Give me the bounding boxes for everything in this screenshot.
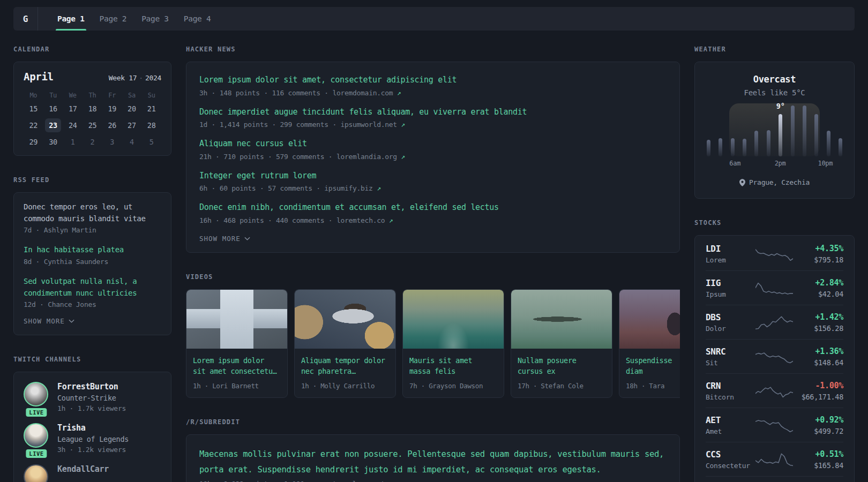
stock-row[interactable]: SNRC Sit +1.36% $148.64 <box>706 340 843 374</box>
calendar-weekday-label: Sa <box>122 89 142 102</box>
rss-show-more-button[interactable]: SHOW MORE <box>24 317 161 325</box>
video-title[interactable]: Suspendisse diam <box>626 355 680 377</box>
stock-price: $148.64 <box>794 358 844 367</box>
stock-row[interactable]: DBS Dolor +1.42% $156.28 <box>706 305 843 340</box>
stock-row[interactable]: CRN Bitcorn -1.00% $66,171.48 <box>706 374 843 408</box>
rss-item-title[interactable]: Donec tempor eros leo, ut commodo mauris… <box>24 201 161 224</box>
weather-bar-slot <box>707 106 710 156</box>
stock-company: Consectetur <box>706 462 755 470</box>
dashboard-columns: CALENDAR April Week 17·2024 Mo Tu We Th … <box>13 46 855 482</box>
video-card[interactable]: Nullam posuere cursus ex 17h · Stefan Co… <box>511 289 612 398</box>
video-thumbnail[interactable] <box>619 290 680 349</box>
twitch-channel-name[interactable]: Trisha <box>57 423 129 433</box>
stock-price: $795.18 <box>794 255 844 264</box>
subreddit-post-domain[interactable]: loremnet.xyz <box>353 480 401 482</box>
page-tab[interactable]: Page 3 <box>134 7 176 31</box>
location-pin-icon <box>739 179 745 186</box>
stock-id: IIG Ipsum <box>706 278 755 298</box>
stock-row[interactable]: AET Amet +0.92% $499.72 <box>706 408 843 442</box>
twitch-channel-meta: 1h · 1.7k viewers <box>57 404 126 412</box>
hackernews-item-domain[interactable]: loremlandia.org <box>336 153 397 161</box>
calendar-weekday-label: Fr <box>102 89 122 102</box>
twitch-channel-row[interactable]: LIVE ForrestBurton Counter-Strike 1h · 1… <box>24 382 161 412</box>
hackernews-item-domain[interactable]: loremtech.co <box>336 216 385 224</box>
twitch-widget: TWITCH CHANNELS LIVE ForrestBurton Count… <box>13 356 171 482</box>
video-card[interactable]: Lorem ipsum dolor sit amet consectetu… 1… <box>186 289 288 398</box>
calendar-card: April Week 17·2024 Mo Tu We Th Fr Sa Su … <box>13 62 171 156</box>
twitch-channel-name[interactable]: KendallCarr <box>57 464 109 474</box>
stock-row[interactable]: AHS +0.46% <box>706 477 843 482</box>
video-title[interactable]: Nullam posuere cursus ex <box>518 355 605 377</box>
weather-bar-slot <box>791 106 795 156</box>
hackernews-item-title[interactable]: Donec enim nibh, condimentum et accumsan… <box>199 202 667 213</box>
calendar-day: 4 <box>124 135 140 149</box>
video-meta: 1h · Molly Carrillo <box>301 382 389 390</box>
show-more-label: SHOW MORE <box>24 317 65 325</box>
weather-time-label: 6am <box>729 160 740 167</box>
hackernews-item-title[interactable]: Integer eget rutrum lorem <box>199 171 667 182</box>
rss-item: In hac habitasse platea 8d · Cynthia Sau… <box>24 244 161 266</box>
calendar-widget: CALENDAR April Week 17·2024 Mo Tu We Th … <box>13 46 171 156</box>
video-meta: 7h · Grayson Dawson <box>409 382 497 390</box>
video-thumbnail[interactable] <box>186 290 287 349</box>
stock-company: Lorem <box>706 256 755 264</box>
widget-label-videos: VIDEOS <box>186 273 680 281</box>
calendar-day: 24 <box>65 118 81 132</box>
stock-sparkline <box>755 383 793 399</box>
middle-column: HACKER NEWS Lorem ipsum dolor sit amet, … <box>186 46 680 482</box>
hackernews-item-title[interactable]: Aliquam nec cursus elit <box>199 139 667 149</box>
page-tab[interactable]: Page 1 <box>50 7 92 31</box>
avatar <box>24 382 48 406</box>
calendar-week-number: Week 17 <box>109 74 137 82</box>
hackernews-item-title[interactable]: Lorem ipsum dolor sit amet, consectetur … <box>199 75 667 86</box>
weather-bar-slot: 9° <box>779 106 782 156</box>
page-tab[interactable]: Page 4 <box>176 7 219 31</box>
subreddit-post-title[interactable]: Maecenas mollis pulvinar erat non posuer… <box>199 447 667 478</box>
weather-bar-slot <box>754 106 758 156</box>
video-card-body: Suspendisse diam 18h · Tara <box>619 349 680 397</box>
hackernews-show-more-button[interactable]: SHOW MORE <box>199 235 667 243</box>
stock-change-percent: +0.92% <box>794 415 844 425</box>
avatar <box>24 464 48 482</box>
video-card[interactable]: Suspendisse diam 18h · Tara <box>619 289 680 398</box>
twitch-channel-name[interactable]: ForrestBurton <box>57 382 126 391</box>
video-thumbnail[interactable] <box>295 290 395 349</box>
subreddit-post-stats: 19h · 9,932 points · 1,090 comments · <box>199 480 353 482</box>
calendar-day: 23 <box>45 118 61 132</box>
twitch-channel-meta: 3h · 1.2k viewers <box>57 446 129 454</box>
twitch-channel-row[interactable]: LIVE KendallCarr <box>24 464 161 482</box>
stock-change-percent: +1.36% <box>794 347 844 356</box>
hackernews-item: Donec enim nibh, condimentum et accumsan… <box>199 202 667 224</box>
stock-symbol: LDI <box>706 244 755 254</box>
hackernews-item-domain[interactable]: ipsumworld.net <box>340 120 396 129</box>
stock-row[interactable]: IIG Ipsum +2.84% $42.04 <box>706 271 843 305</box>
hackernews-item-domain[interactable]: loremdomain.com <box>332 89 393 97</box>
app-logo[interactable]: G <box>13 7 38 31</box>
video-title[interactable]: Lorem ipsum dolor sit amet consectetu… <box>193 355 281 377</box>
page-tab-label: Page 4 <box>184 14 211 23</box>
video-card[interactable]: Aliquam tempor dolor nec pharetra… 1h · … <box>294 289 396 398</box>
stock-row[interactable]: CCS Consectetur +0.51% $165.84 <box>706 442 843 477</box>
stock-symbol: SNRC <box>706 347 755 357</box>
video-thumbnail[interactable] <box>403 290 504 349</box>
video-title[interactable]: Mauris sit amet massa felis <box>409 355 497 377</box>
stock-company: Ipsum <box>706 290 755 298</box>
hackernews-item-title[interactable]: Donec imperdiet augue tincidunt felis al… <box>199 107 667 118</box>
video-card[interactable]: Mauris sit amet massa felis 7h · Grayson… <box>402 289 504 398</box>
video-thumbnail[interactable] <box>511 290 612 349</box>
twitch-channel-row[interactable]: LIVE Trisha League of Legends 3h · 1.2k … <box>24 423 161 454</box>
calendar-day-grid: 15 16 17 18 19 20 21 22 23 24 25 26 27 2… <box>24 102 161 149</box>
hackernews-item-stats: 16h · 468 points · 440 comments · <box>199 216 336 224</box>
rss-item-title[interactable]: In hac habitasse platea <box>24 244 161 256</box>
stock-company: Sit <box>706 359 755 367</box>
weather-location-label: Prague, Czechia <box>749 178 810 186</box>
rss-item-title[interactable]: Sed volutpat nulla nisl, a condimentum n… <box>24 276 161 299</box>
weather-bar-slot <box>839 106 842 156</box>
rss-item-meta: 12d · Chance Jones <box>24 300 161 308</box>
stock-id: DBS Dolor <box>706 312 755 333</box>
page-tab[interactable]: Page 2 <box>92 7 134 31</box>
stock-row[interactable]: LDI Lorem +4.35% $795.18 <box>706 237 843 271</box>
video-title[interactable]: Aliquam tempor dolor nec pharetra… <box>301 355 389 377</box>
weather-bar <box>767 130 770 156</box>
hackernews-item-domain[interactable]: ipsumify.biz <box>324 184 372 192</box>
